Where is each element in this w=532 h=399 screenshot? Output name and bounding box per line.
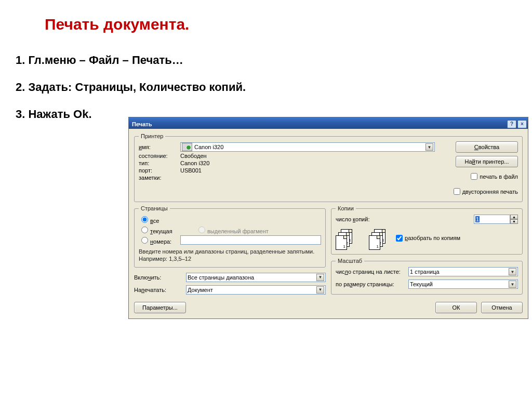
help-button[interactable]: ? [507,120,516,128]
copies-group: Копии число копий:число копий: 1 ▲▼ [331,205,523,255]
printer-port-value: USB001 [180,167,202,174]
chevron-down-icon[interactable]: ▼ [316,274,324,281]
copies-count-input[interactable]: 1 ▲▼ [474,215,518,224]
zoom-group: Масштаб число страниц на листе:число стр… [331,258,523,295]
scale-label: по размеру страницы:по размеру страницы: [336,281,408,287]
printer-port-label: порт: [139,167,180,174]
pages-all-radio[interactable]: всевсе [139,215,196,224]
printwhat-label: Напечатать:Напечатать: [134,287,186,293]
duplex-checkbox[interactable]: двусторонняя печать [451,187,518,196]
printer-type-value: Canon i320 [180,160,209,166]
print-to-file-checkbox[interactable]: печать в файл [469,171,518,181]
pages-legend: Страницы [139,205,170,211]
step-1: 1. Гл.меню – Файл – Печать… [16,49,532,72]
zoom-legend: Масштаб [336,258,364,264]
collate-preview-icon: 3 2 1 3 2 1 [336,229,387,250]
chevron-down-icon[interactable]: ▼ [509,281,516,288]
printer-name-label: иимя:мя: [139,144,180,150]
pages-group: Страницы всевсе текущаятекущая выделенны… [134,205,326,268]
printer-name-select[interactable]: Canon i320 ▼ [180,142,435,152]
collate-checkbox[interactable]: разобрать по копиямразобрать по копиям [394,233,460,243]
chevron-down-icon[interactable]: ▼ [425,143,433,151]
pages-numbers-radio[interactable]: номера:номера: [139,235,180,245]
pages-hint: Введите номера или диапазоны страниц, ра… [139,248,321,263]
printer-name-value: Canon i320 [194,144,223,150]
spin-down-icon[interactable]: ▼ [510,219,518,224]
pages-current-radio[interactable]: текущаятекущая [139,225,196,234]
ok-button[interactable]: ОК [435,302,477,313]
include-label: Включить:Включить: [134,274,186,281]
printer-notes-label: заметки: [139,175,180,181]
print-dialog: Печать ? × Принтер иимя:мя: Canon i320 ▼ [128,117,528,319]
slide-heading: Печать документа. [45,16,532,33]
printer-icon [182,143,192,151]
pages-selection-radio: выделенный фрагмент [196,225,269,234]
copies-count-label: число копий:число копий: [336,216,369,222]
cancel-button[interactable]: Отмена [481,302,523,313]
options-button[interactable]: Параметры... [134,302,186,313]
spin-up-icon[interactable]: ▲ [510,215,518,219]
pages-per-sheet-label: число страниц на листе:число страниц на … [336,269,408,275]
printer-state-label: состояние: [139,153,180,159]
chevron-down-icon[interactable]: ▼ [316,286,324,294]
pages-per-sheet-select[interactable]: 1 страница▼ [408,267,518,276]
step-2: 2. Задать: Страницы, Количество копий. [16,76,532,99]
printer-group: Принтер иимя:мя: Canon i320 ▼ состояние:… [134,133,523,202]
properties-button[interactable]: ССвойствавойства [456,141,518,153]
page-numbers-input[interactable] [180,235,321,245]
printer-type-label: тип: [139,160,180,166]
dialog-title: Печать [132,121,152,127]
include-select[interactable]: Все страницы диапазона▼ [186,273,326,282]
close-button[interactable]: × [517,120,527,128]
chevron-down-icon[interactable]: ▼ [509,268,516,275]
copies-legend: Копии [336,205,356,211]
scale-select[interactable]: Текущий▼ [408,280,518,289]
printwhat-select[interactable]: Документ▼ [186,285,326,295]
find-printer-button[interactable]: Найти принтер...Найти принтер... [456,156,518,167]
printer-legend: Принтер [139,133,165,139]
printer-state-value: Свободен [180,153,207,159]
dialog-titlebar[interactable]: Печать ? × [129,117,528,129]
